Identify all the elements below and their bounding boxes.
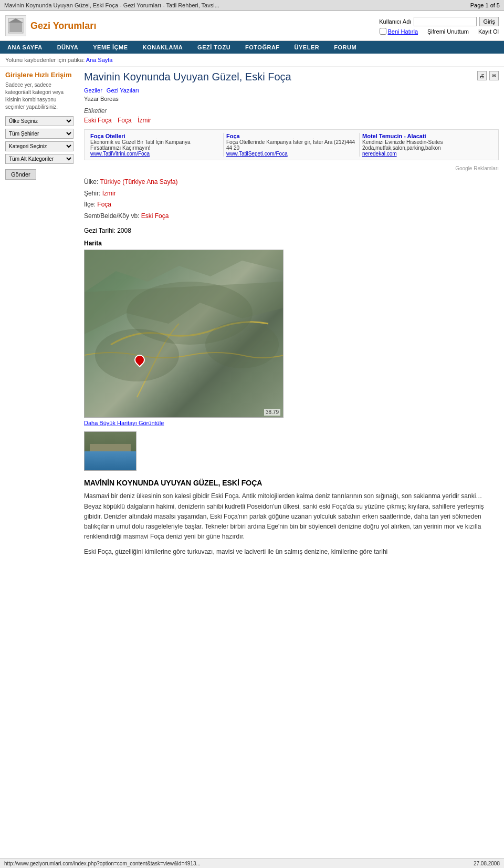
map-title: Harita	[84, 240, 499, 247]
subcategory-select[interactable]: Tüm Alt Kategoriler	[5, 154, 74, 164]
info-district: İlçe: Foça	[84, 199, 499, 211]
article-thumbnail	[84, 431, 136, 471]
article-body-paragraph-2: Eski Foça, güzelliğini kimilerine göre t…	[84, 547, 499, 557]
breadcrumb: Yolunu kaybedenler için patika: Ana Sayf…	[0, 54, 504, 67]
article-title: Mavinin Koynunda Uyuyan Güzel, Eski Foça	[84, 71, 291, 83]
ad-link-3[interactable]: neredekal.com	[362, 151, 397, 157]
city-select[interactable]: Tüm Şehirler	[5, 129, 74, 139]
map-container[interactable]: 38.79	[84, 250, 284, 418]
nav-item-food[interactable]: YEME İÇME	[86, 41, 135, 54]
main-content: Girişlere Hızlı Erişim Sadece yer, sadec…	[0, 67, 504, 567]
country-select[interactable]: Ülke Seçiniz	[5, 116, 74, 126]
login-button[interactable]: Giriş	[479, 17, 499, 26]
neighborhood-label: Semt/Belde/Köy vb:	[84, 212, 139, 220]
username-label: Kullanıcı Adı	[379, 18, 411, 25]
header-right: Kullanıcı Adı Giriş Beni Hatırla Şifremi…	[379, 17, 499, 35]
ad-text-2: Foça Otellerinde Kampanya İster gir, İst…	[226, 139, 356, 151]
remember-link[interactable]: Beni Hatırla	[388, 28, 418, 35]
ad-item-2: Foça Foça Otellerinde Kampanya İster gir…	[224, 133, 360, 157]
map-enlarge-link[interactable]: Daha Büyük Haritayı Görüntüle	[84, 420, 499, 426]
info-city: Şehir: İzmir	[84, 188, 499, 200]
ad-title-3[interactable]: Motel Temucin - Alacati	[362, 133, 492, 139]
category-select[interactable]: Kategori Seçiniz	[5, 141, 74, 151]
neighborhood-value[interactable]: Eski Foça	[141, 212, 169, 220]
map-satellite: 38.79	[85, 250, 283, 417]
article-body-title: MAVİNİN KOYNUNDA UYUYAN GÜZEL, ESKİ FOÇA	[84, 479, 499, 487]
logo-icon	[5, 15, 26, 36]
nav-item-home[interactable]: ANA SAYFA	[0, 41, 50, 54]
info-country: Ülke: Türkiye (Türkiye Ana Sayfa)	[84, 177, 499, 188]
article-info: Ülke: Türkiye (Türkiye Ana Sayfa) Şehir:…	[84, 177, 499, 222]
category-link-2[interactable]: Gezi Yazıları	[107, 87, 139, 94]
nav-item-stay[interactable]: KONAKLAMA	[135, 41, 191, 54]
country-label: Ülke:	[84, 178, 98, 185]
category-link-1[interactable]: Geziler	[84, 87, 102, 94]
ad-link-1[interactable]: www.TatilVitrini.com/Foca	[90, 151, 150, 157]
map-terrain-svg	[85, 250, 284, 418]
travel-date-value: 2008	[117, 227, 131, 234]
city-value[interactable]: İzmir	[102, 190, 116, 197]
ad-item-3: Motel Temucin - Alacati Kendinizi Eviniz…	[360, 133, 495, 157]
tags-label: Etiketler	[84, 107, 499, 115]
logo-text: Gezi Yorumları	[30, 20, 96, 32]
username-input[interactable]	[414, 17, 477, 26]
sidebar: Girişlere Hızlı Erişim Sadece yer, sadec…	[5, 71, 79, 563]
ad-link-2[interactable]: www.TatilSepeti.com/Foca	[226, 151, 288, 157]
register-label: Kayıt Ol	[478, 28, 499, 35]
breadcrumb-home[interactable]: Ana Sayfa	[86, 57, 113, 63]
travel-date-label: Gezi Tarihi:	[84, 227, 116, 234]
svg-point-7	[205, 321, 279, 368]
district-value[interactable]: Foça	[97, 201, 111, 208]
ad-banner: Foça Otelleri Ekonomik ve Güzel Bir Tati…	[84, 129, 499, 160]
google-ads-label: Google Reklamları	[84, 166, 499, 171]
remember-checkbox[interactable]	[380, 28, 386, 35]
map-section: Harita	[84, 240, 499, 426]
tags-section: Etiketler Eski Foça Foça İzmir	[84, 107, 499, 124]
header-remember-row: Beni Hatırla Şifremi Unuttum Kayıt Ol	[380, 28, 499, 35]
nav-item-members[interactable]: ÜYELER	[287, 41, 327, 54]
submit-button[interactable]: Gönder	[5, 169, 36, 180]
thumbnail-sea	[85, 451, 136, 471]
header-login-row: Kullanıcı Adı Giriş	[379, 17, 499, 26]
author-label: Yazar	[84, 96, 99, 102]
info-neighborhood: Semt/Belde/Köy vb: Eski Foça	[84, 211, 499, 222]
ad-text-3: Kendinizi Evinizde Hissedin-Suites 2oda,…	[362, 139, 492, 151]
ad-title-2[interactable]: Foça	[226, 133, 356, 139]
svg-rect-1	[9, 23, 22, 32]
article-meta-links: Geziler Gezi Yazıları	[84, 87, 499, 94]
nav-item-forum[interactable]: FORUM	[327, 41, 364, 54]
map-coords: 38.79	[264, 409, 280, 416]
site-logo: Gezi Yorumları	[5, 15, 96, 36]
browser-title-bar: Mavinin Koynunda Uyuyan Güzel, Eski Foça…	[0, 0, 504, 11]
map-marker	[134, 355, 145, 367]
tag-foca[interactable]: Foça	[118, 117, 132, 124]
ad-item-1: Foça Otelleri Ekonomik ve Güzel Bir Tati…	[88, 133, 224, 157]
forgot-label: Şifremi Unuttum	[427, 28, 469, 35]
map-marker-pin	[132, 353, 147, 367]
country-value[interactable]: Türkiye (Türkiye Ana Sayfa)	[100, 178, 177, 185]
sidebar-title: Girişlere Hızlı Erişim	[5, 71, 72, 79]
nav-item-travel[interactable]: GEZİ TOZU	[190, 41, 238, 54]
city-label: Şehir:	[84, 190, 100, 197]
breadcrumb-prefix: Yolunu kaybedenler için patika:	[5, 57, 85, 63]
nav-item-photo[interactable]: FOTOĞRAF	[238, 41, 287, 54]
article-author: Yazar Boreas	[84, 96, 499, 102]
sidebar-description: Sadece yer, sadece kategori/alt kategori…	[5, 81, 72, 111]
site-header: Gezi Yorumları Kullanıcı Adı Giriş Beni …	[0, 11, 504, 41]
district-label: İlçe:	[84, 201, 96, 208]
tag-izmir[interactable]: İzmir	[138, 117, 151, 124]
browser-title: Mavinin Koynunda Uyuyan Güzel, Eski Foça…	[4, 2, 219, 8]
tag-eski-foca[interactable]: Eski Foça	[84, 117, 112, 124]
article-actions: 🖨 ✉	[477, 71, 499, 80]
author-name: Boreas	[100, 96, 119, 102]
share-icon[interactable]: ✉	[489, 71, 499, 80]
page-info: Page 1 of 5	[470, 2, 500, 8]
print-icon[interactable]: 🖨	[477, 71, 487, 80]
nav-item-world[interactable]: DÜNYA	[50, 41, 86, 54]
ad-text-1: Ekonomik ve Güzel Bir Tatil İçin Kampany…	[90, 139, 220, 151]
travel-date: Gezi Tarihi: 2008	[84, 227, 499, 234]
ad-title-1[interactable]: Foça Otelleri	[90, 133, 220, 139]
nav-bar: ANA SAYFA DÜNYA YEME İÇME KONAKLAMA GEZİ…	[0, 41, 504, 54]
article-area: Mavinin Koynunda Uyuyan Güzel, Eski Foça…	[79, 71, 499, 563]
article-body-paragraph-1: Masmavi bir deniz ülkesinin son kalesi g…	[84, 491, 499, 542]
